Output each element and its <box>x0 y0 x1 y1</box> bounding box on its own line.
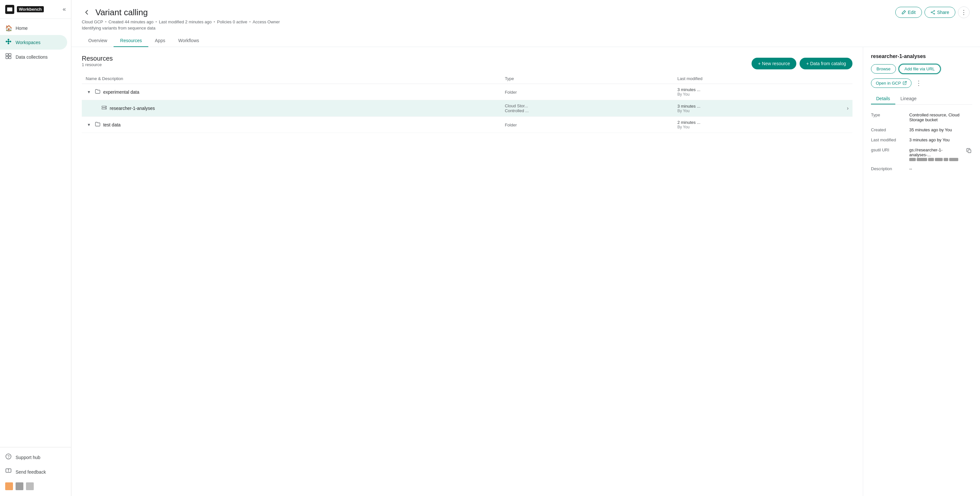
svg-rect-6 <box>9 54 11 56</box>
storage-icon <box>101 105 107 112</box>
svg-point-14 <box>931 12 932 13</box>
row-test-data-name: test data <box>103 122 121 127</box>
tab-workflows[interactable]: Workflows <box>172 35 205 47</box>
more-actions-button[interactable]: ⋮ <box>958 6 970 18</box>
avatar-section <box>0 479 71 493</box>
data-from-catalog-button[interactable]: + Data from catalog <box>800 58 853 70</box>
table-row[interactable]: researcher-1-analyses Cloud Stor... Cont… <box>82 100 853 117</box>
gsutil-value: gs://researcher-1-analyses-... <box>909 147 963 161</box>
edit-button-label: Edit <box>908 10 916 15</box>
svg-rect-22 <box>968 150 971 153</box>
back-button[interactable] <box>82 8 92 17</box>
svg-line-17 <box>932 13 934 14</box>
tab-overview[interactable]: Overview <box>82 35 114 47</box>
svg-point-0 <box>8 41 10 43</box>
open-gcp-label: Open in GCP <box>876 81 901 86</box>
meta-created: Created 44 minutes ago <box>108 19 153 24</box>
detail-sub-actions: Open in GCP ⋮ <box>871 78 972 88</box>
detail-field-type: Type Controlled resource, Cloud Storage … <box>871 110 972 125</box>
field-label-gsutil: gsutil URI <box>871 147 907 152</box>
row-experimental-data-modified-by: By You <box>677 92 849 97</box>
field-label-last-modified: Last modified <box>871 138 907 142</box>
copy-gsutil-button[interactable] <box>966 147 972 155</box>
tab-resources[interactable]: Resources <box>114 35 148 47</box>
page-header-top: Variant calling Edit <box>82 6 970 18</box>
sidebar-collapse-button[interactable]: « <box>61 5 67 14</box>
row-chevron-icon[interactable]: › <box>847 105 849 111</box>
share-button[interactable]: Share <box>924 7 955 18</box>
sidebar-item-data-collections[interactable]: Data collections <box>0 49 67 64</box>
sidebar-item-send-feedback-label: Send feedback <box>16 469 46 475</box>
meta-modified: Last modified 2 minutes ago <box>159 19 212 24</box>
svg-rect-8 <box>9 56 11 59</box>
workspaces-icon <box>5 38 12 46</box>
svg-point-13 <box>934 10 935 11</box>
edit-button[interactable]: Edit <box>895 7 922 18</box>
send-feedback-icon: ! <box>5 468 12 476</box>
detail-tabs: Details Lineage <box>871 93 972 105</box>
add-file-label: Add file via URL <box>904 67 935 71</box>
resources-table-header: Name & Description Type Last modified <box>82 74 853 84</box>
detail-field-created: Created 35 minutes ago by You <box>871 125 972 135</box>
open-in-gcp-button[interactable]: Open in GCP <box>871 78 912 88</box>
avatar-secondary <box>16 482 23 490</box>
share-icon <box>931 10 935 14</box>
svg-text:!: ! <box>8 468 9 473</box>
resources-count: 1 resource <box>82 62 113 67</box>
meta-policies: Policies 0 active <box>217 19 247 24</box>
detail-fields: Type Controlled resource, Cloud Storage … <box>871 110 972 174</box>
sidebar-item-send-feedback[interactable]: ! Send feedback <box>0 464 67 479</box>
field-value-type: Controlled resource, Cloud Storage bucke… <box>909 113 972 122</box>
expand-button[interactable]: ▼ <box>86 89 92 95</box>
svg-point-1 <box>6 41 8 43</box>
row-experimental-data-type: Folder <box>505 90 517 95</box>
sidebar-item-home-label: Home <box>16 25 28 31</box>
table-row[interactable]: ▼ experimental data Folder <box>82 84 853 100</box>
sidebar-item-workspaces[interactable]: Workspaces <box>0 35 67 49</box>
field-label-description: Description <box>871 166 907 171</box>
svg-point-3 <box>8 39 10 41</box>
row-researcher-modified: 3 minutes ... <box>677 104 700 109</box>
sidebar-item-support-hub[interactable]: ? Support hub <box>0 450 67 464</box>
row-researcher-modified-by: By You <box>677 109 700 113</box>
svg-text:?: ? <box>8 455 10 459</box>
detail-actions: Browse Add file via URL <box>871 64 972 74</box>
add-file-via-url-button[interactable]: Add file via URL <box>899 64 940 74</box>
browse-button[interactable]: Browse <box>871 64 896 74</box>
resources-table-body: ▼ experimental data Folder <box>82 84 853 133</box>
row-researcher-type: Cloud Stor... <box>505 103 670 108</box>
content-area: Resources 1 resource + New resource + Da… <box>72 47 980 496</box>
folder-icon <box>95 89 100 96</box>
detail-more-button[interactable]: ⋮ <box>914 78 923 88</box>
row-test-data-type: Folder <box>505 122 517 127</box>
field-label-type: Type <box>871 113 907 117</box>
row-test-data-modified: 2 minutes ... <box>677 120 849 125</box>
detail-tab-details[interactable]: Details <box>871 93 895 105</box>
sidebar-header: Workbench « <box>0 0 71 19</box>
svg-point-20 <box>105 106 106 107</box>
header-actions: Edit Share ⋮ <box>895 6 970 18</box>
detail-panel: researcher-1-analyses Browse Add file vi… <box>863 47 980 496</box>
detail-tab-lineage[interactable]: Lineage <box>895 93 922 105</box>
sidebar-item-data-collections-label: Data collections <box>16 54 48 60</box>
edit-icon <box>902 10 906 14</box>
table-row[interactable]: ▼ test data Folder <box>82 117 853 133</box>
data-collections-icon <box>5 53 12 61</box>
row-researcher-name: researcher-1-analyses <box>110 106 155 111</box>
sidebar-title: Workbench <box>17 6 44 12</box>
sidebar-item-home[interactable]: 🏠 Home <box>0 21 67 35</box>
new-resource-button[interactable]: + New resource <box>752 58 796 70</box>
page-header: Variant calling Edit <box>72 0 980 47</box>
detail-field-last-modified: Last modified 3 minutes ago by You <box>871 135 972 145</box>
sidebar-logo: Workbench <box>5 5 44 14</box>
avatar-primary <box>5 482 13 490</box>
new-resource-label: + New resource <box>758 61 790 66</box>
row-experimental-data-modified: 3 minutes ... <box>677 87 849 92</box>
expand-button[interactable]: ▼ <box>86 122 92 128</box>
sidebar: Workbench « 🏠 Home Workspaces <box>0 0 72 496</box>
tab-apps[interactable]: Apps <box>148 35 172 47</box>
folder-icon <box>95 121 100 128</box>
col-modified: Last modified <box>673 74 853 84</box>
field-value-description: -- <box>909 166 972 171</box>
col-type: Type <box>501 74 674 84</box>
